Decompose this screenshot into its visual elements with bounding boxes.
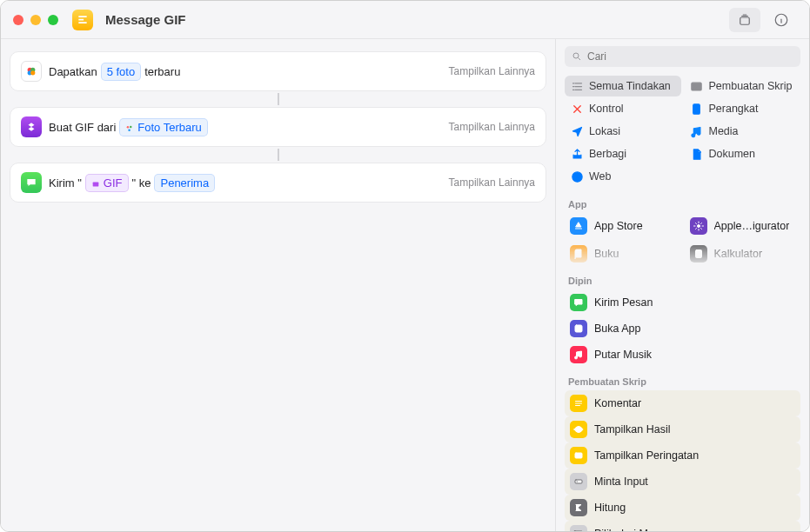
svg-rect-19 [575,480,582,483]
library-item[interactable]: Minta Input [565,469,800,495]
svg-rect-9 [93,183,99,187]
library-item-label: Apple…igurator [714,220,790,232]
section-label: App [556,192,809,211]
library-item-label: Kirim Pesan [594,296,653,309]
category-label: Semua Tindakan [589,80,671,92]
category-pembuatan-skrip[interactable]: Pembuatan Skrip [685,76,801,96]
action-connector [10,150,546,159]
svg-rect-18 [575,453,582,458]
library-item[interactable]: Tampilkan Hasil [565,416,800,442]
category-label: Media [709,125,739,137]
svg-point-14 [697,225,700,228]
traffic-lights [13,15,58,25]
library-item[interactable]: Pilih dari Menu [565,521,800,531]
library-item[interactable]: App Store [565,213,681,239]
svg-point-20 [574,531,575,532]
fullscreen-window-button[interactable] [48,15,58,25]
svg-point-8 [129,129,131,131]
safari-icon [570,170,584,183]
library-item[interactable]: Tampilkan Peringatan [565,442,800,469]
library-item-label: Buku [594,248,619,260]
search-field[interactable] [587,50,793,63]
category-semua-tindakan[interactable]: Semua Tindakan [565,76,681,96]
open-icon [570,320,587,337]
search-icon [572,51,582,62]
library-item[interactable]: Komentar [565,390,800,416]
device-icon [690,102,704,116]
book-icon [570,245,587,263]
shortcut-app-icon [72,10,93,30]
message-icon [570,294,587,311]
doc-icon [690,147,704,161]
appstore-icon [570,217,587,235]
svg-point-10 [573,53,579,58]
reveal-more-button[interactable]: Tampilkan Lainnya [449,121,535,133]
library-item[interactable]: Hitung [565,495,800,521]
library-item[interactable]: Kirim Pesan [565,289,800,316]
sigma-icon [570,499,587,516]
library-item-label: App Store [594,220,643,232]
eye-icon [570,421,587,438]
calc-icon [690,245,707,263]
action-editor[interactable]: Dapatkan5 fototerbaruTampilkan LainnyaBu… [1,39,556,531]
search-input[interactable] [565,46,800,67]
terminal-icon [690,79,704,93]
library-list[interactable]: AppApp StoreApple…iguratorBukuKalkulator… [556,192,809,531]
gif-variable-icon [91,178,100,187]
library-item[interactable]: Kalkulator [685,241,801,267]
category-berbagi[interactable]: Berbagi [565,143,681,164]
info-button[interactable] [766,8,797,32]
action-card[interactable]: Dapatkan5 fototerbaruTampilkan Lainnya [10,51,546,91]
close-window-button[interactable] [13,15,23,25]
reveal-more-button[interactable]: Tampilkan Lainnya [449,176,535,189]
action-text: Dapatkan5 fototerbaru [49,63,180,81]
action-card[interactable]: Buat GIF dariFoto TerbaruTampilkan Lainn… [10,107,546,147]
library-item-label: Pilih dari Menu [594,528,666,531]
svg-rect-11 [692,83,701,90]
minimize-window-button[interactable] [30,15,41,25]
category-label: Berbagi [589,148,626,160]
parameter-chip[interactable]: 5 foto [101,63,142,81]
library-sidebar: Semua TindakanPembuatan SkripKontrolPera… [556,39,809,531]
music-icon [690,124,704,138]
svg-rect-0 [740,17,750,24]
category-media[interactable]: Media [685,121,801,142]
svg-point-6 [127,126,130,129]
category-label: Kontrol [589,103,624,115]
svg-point-5 [30,70,35,75]
category-grid: Semua TindakanPembuatan SkripKontrolPera… [556,72,809,192]
svg-rect-15 [695,250,701,258]
parameter-chip[interactable]: Penerima [154,174,215,192]
category-lokasi[interactable]: Lokasi [565,121,681,142]
svg-point-7 [130,126,132,129]
category-label: Web [589,170,611,183]
library-item[interactable]: Buka App [565,316,800,342]
action-text: Kirim "GIF" kePenerima [49,174,215,192]
parameter-chip[interactable]: GIF [85,174,129,192]
list-icon [570,79,584,93]
parameter-chip[interactable]: Foto Terbaru [119,118,207,136]
category-perangkat[interactable]: Perangkat [685,98,801,119]
category-label: Dokumen [709,148,756,160]
library-item[interactable]: Buku [565,241,681,267]
category-label: Lokasi [589,125,620,137]
library-item-label: Putar Musik [594,349,652,361]
library-toggle-button[interactable] [729,8,760,32]
library-item-label: Kalkulator [714,248,763,260]
action-text: Buat GIF dariFoto Terbaru [49,118,208,136]
content: Dapatkan5 fototerbaruTampilkan LainnyaBu… [1,39,809,531]
alert-icon [570,447,587,464]
library-item[interactable]: Apple…igurator [685,213,801,239]
reveal-more-button[interactable]: Tampilkan Lainnya [449,65,535,77]
library-item-label: Buka App [594,323,641,335]
category-dokumen[interactable]: Dokumen [685,143,801,164]
sidebar-toolbar [556,1,809,39]
action-card[interactable]: Kirim "GIF" kePenerimaTampilkan Lainnya [10,163,546,203]
music-icon [570,346,587,363]
category-web[interactable]: Web [565,166,681,187]
magic-variable-icon [125,123,134,131]
app-window: Message GIF Dapatkan5 fototerbaruTampilk… [0,0,810,532]
category-kontrol[interactable]: Kontrol [565,98,681,119]
action-connector [10,95,546,103]
library-item[interactable]: Putar Musik [565,342,800,368]
